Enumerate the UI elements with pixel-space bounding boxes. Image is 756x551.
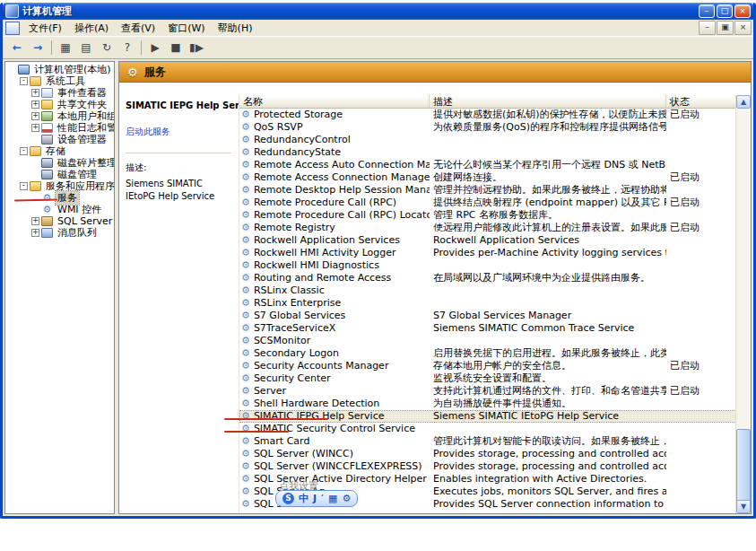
menu-item[interactable]: 窗口(W) <box>161 21 211 36</box>
service-row[interactable]: ⚙Smart Card管理此计算机对智能卡的取读访问。如果服务被终止，此计算机将… <box>239 435 736 448</box>
expand-icon[interactable]: + <box>31 124 39 132</box>
expand-icon[interactable]: + <box>31 229 39 237</box>
column-header-description[interactable]: 描述 <box>430 95 666 109</box>
service-row[interactable]: ⚙Security Center监视系统安全设置和配置。 <box>239 372 736 385</box>
ime-chinese-mode-icon[interactable]: 中 <box>299 492 308 505</box>
tree-item[interactable]: ⚙WMI 控件 <box>5 204 114 215</box>
ime-logo[interactable]: S <box>282 493 294 504</box>
collapse-icon[interactable]: - <box>20 147 28 155</box>
start-service-icon[interactable]: ▶ <box>145 39 165 57</box>
service-row[interactable]: ⚙S7TraceServiceXSiemens SIMATIC Common T… <box>239 322 736 335</box>
red-underline-annotation <box>224 418 328 420</box>
stop-service-icon[interactable]: ■ <box>166 39 186 57</box>
restart-service-icon[interactable]: ▮▶ <box>187 39 206 57</box>
service-name-cell: ⚙Smart Card <box>239 435 430 448</box>
service-row[interactable]: ⚙Routing and Remote Access在局域网以及广域网环境中为企… <box>239 272 736 284</box>
service-row[interactable]: ⚙Remote Registry使远程用户能修改此计算机上的注册表设置。如果此服… <box>239 222 736 234</box>
collapse-icon[interactable]: - <box>20 182 28 190</box>
service-row[interactable]: ⚙Remote Access Connection Manager创建网络连接。… <box>239 171 736 184</box>
help-icon[interactable]: ? <box>117 39 137 57</box>
show-console-tree-icon[interactable]: ▦ <box>56 39 75 57</box>
service-row[interactable]: ⚙Security Accounts Manager存储本地用户帐户的安全信息。… <box>239 360 736 372</box>
service-description: 管理此计算机对智能卡的取读访问。如果服务被终止，此计算机将无法取读智能卡... <box>430 435 666 448</box>
service-status <box>666 159 736 171</box>
selected-service-name: SIMATIC IEPG Help Service <box>126 101 233 110</box>
forward-icon[interactable]: → <box>28 39 48 57</box>
mdi-restore-button[interactable]: ▣ <box>717 21 734 35</box>
collapse-icon[interactable]: - <box>20 77 28 85</box>
service-name: RSLinx Classic <box>254 284 325 297</box>
scroll-down-icon[interactable]: ▼ <box>736 500 751 513</box>
service-gear-icon: ⚙ <box>241 473 250 485</box>
service-row[interactable]: ⚙Shell Hardware Detection为自动播放硬件事件提供通知。 <box>239 398 736 410</box>
service-row[interactable]: ⚙S7 Global ServicesS7 Global Services Ma… <box>239 310 736 322</box>
service-status: 已启动 <box>666 360 736 372</box>
service-gear-icon: ⚙ <box>241 347 250 360</box>
mdi-close-button[interactable]: × <box>734 21 752 35</box>
service-name-cell: ⚙Rockwell HMI Activity Logger <box>239 247 430 259</box>
scroll-up-icon[interactable]: ▲ <box>736 95 751 109</box>
service-row[interactable]: ⚙Server支持此计算机通过网络的文件、打印、和命名管道共享。如果服务停止，这… <box>239 385 736 398</box>
expand-icon[interactable]: + <box>31 89 39 97</box>
back-icon[interactable]: ← <box>7 39 27 57</box>
expand-icon[interactable]: + <box>31 217 39 225</box>
service-row[interactable]: ⚙Remote Access Auto Connection Manager无论… <box>239 159 736 171</box>
service-row[interactable]: ⚙Remote Procedure Call (RPC)提供终结点映射程序 (e… <box>239 197 736 209</box>
ime-punctuation-icon[interactable]: ′ <box>321 492 324 505</box>
menu-item[interactable]: 查看(V) <box>115 21 161 36</box>
service-gear-icon: ⚙ <box>241 485 250 498</box>
service-row[interactable]: ⚙SCSMonitor <box>239 335 736 347</box>
refresh-icon[interactable]: ↻ <box>97 39 117 57</box>
service-row[interactable]: ⚙SIMATIC IEPG Help ServiceSiemens SIMATI… <box>239 410 736 423</box>
service-row[interactable]: ⚙SQL Server (WINCC)Provides storage, pro… <box>239 448 736 460</box>
service-row[interactable]: ⚙Rockwell HMI Activity LoggerProvides pe… <box>239 247 736 259</box>
minimize-button[interactable]: – <box>699 4 715 18</box>
service-status <box>666 284 736 297</box>
service-row[interactable]: ⚙SIMATIC Security Control Service <box>239 423 736 435</box>
service-name: QoS RSVP <box>254 121 303 134</box>
menu-item[interactable]: 文件(F) <box>22 21 68 36</box>
service-row[interactable]: ⚙RSLinx Enterprise <box>239 297 736 310</box>
ime-pen-icon[interactable]: J <box>313 492 317 505</box>
service-name: S7TraceServiceX <box>254 322 335 335</box>
mdi-minimize-button[interactable]: – <box>699 21 716 35</box>
menu-bar-items: 文件(F)操作(A)查看(V)窗口(W)帮助(H) <box>22 21 258 36</box>
vertical-scrollbar[interactable]: ▲ ▼ <box>735 95 751 513</box>
service-row[interactable]: ⚙Rockwell HMI Diagnostics <box>239 259 736 272</box>
service-row[interactable]: ⚙Secondary Logon启用替换凭据下的启用进程。如果此服务被终止，此类… <box>239 347 736 360</box>
content-header: ⚙ 服务 <box>119 62 751 83</box>
service-row[interactable]: ⚙SQL Server (WINCCFLEXEXPRESS)Provides s… <box>239 460 736 473</box>
service-row[interactable]: ⚙RSLinx Classic <box>239 284 736 297</box>
ime-settings-icon[interactable]: ⚙ <box>342 492 351 505</box>
service-row[interactable]: ⚙Remote Procedure Call (RPC) Locator管理 R… <box>239 209 736 222</box>
start-service-link[interactable]: 启动此服务 <box>126 126 233 138</box>
properties-icon[interactable]: ▤ <box>76 39 96 57</box>
expand-icon[interactable]: + <box>31 112 39 120</box>
menu-item[interactable]: 帮助(H) <box>212 21 259 36</box>
maximize-button[interactable]: □ <box>717 4 733 18</box>
scrollbar-thumb[interactable] <box>736 429 751 504</box>
column-header-name[interactable]: 名称 <box>239 95 430 109</box>
service-row[interactable]: ⚙RedundancyState <box>239 146 736 159</box>
description-label: 描述: <box>126 162 233 174</box>
service-row[interactable]: ⚙Remote Desktop Help Session Manager管理并控… <box>239 184 736 197</box>
service-row[interactable]: ⚙QoS RSVP为依赖质量服务(QoS)的程序和控制程序提供网络信号和本地通信… <box>239 121 736 134</box>
ime-softkeyboard-icon[interactable]: ▦ <box>328 492 337 505</box>
service-description: Siemens SIMATIC Common Trace Service <box>430 322 666 335</box>
service-gear-icon: ⚙ <box>241 385 250 398</box>
device-icon <box>41 135 53 144</box>
menu-item[interactable]: 操作(A) <box>68 21 115 36</box>
service-status: 已启动 <box>666 171 736 184</box>
column-header-status[interactable]: 状态 <box>666 95 736 109</box>
service-description <box>430 259 666 272</box>
service-row[interactable]: ⚙Protected Storage提供对敏感数据(如私钥)的保护性存储，以便防… <box>239 109 736 121</box>
service-name: Shell Hardware Detection <box>254 398 379 410</box>
service-name: SIMATIC Security Control Service <box>254 423 415 435</box>
tree-item-label: WMI 控件 <box>56 203 103 216</box>
service-name: Rockwell HMI Activity Logger <box>254 247 396 259</box>
expand-icon[interactable]: + <box>31 101 39 109</box>
close-button[interactable]: × <box>734 4 751 18</box>
service-row[interactable]: ⚙RedundancyControl <box>239 134 736 146</box>
service-row[interactable]: ⚙Rockwell Application ServicesRockwell A… <box>239 234 736 247</box>
tree-item[interactable]: +消息队列 <box>5 227 114 239</box>
